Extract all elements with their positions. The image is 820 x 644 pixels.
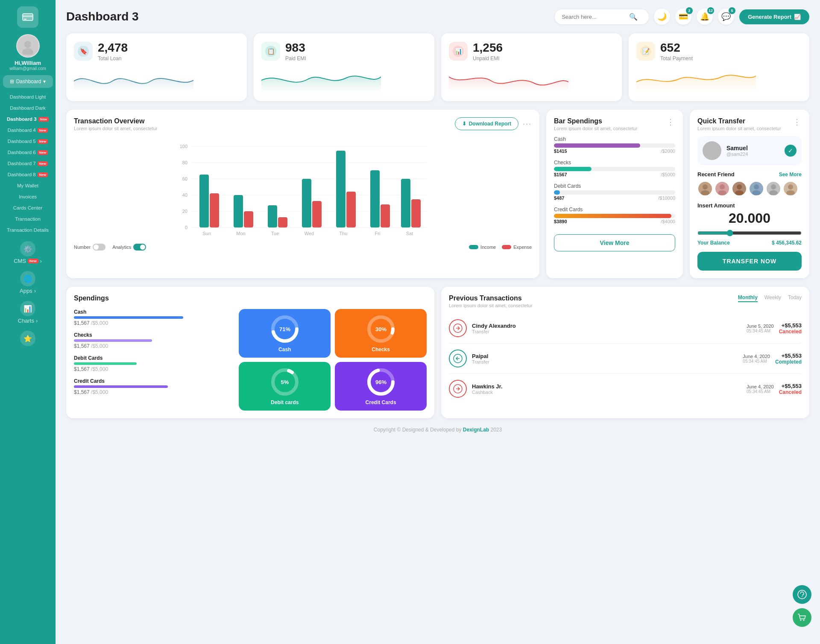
dashboard-menu-btn[interactable]: ⊞ Dashboard ▾ xyxy=(3,75,53,88)
sidebar-item-favourites[interactable]: ⭐ xyxy=(0,327,56,351)
sidebar-item-dashboard5[interactable]: Dashboard 5 New xyxy=(0,136,56,147)
sidebar-item-dashboard4[interactable]: Dashboard 4 New xyxy=(0,125,56,136)
transaction-row-2: Paipal Transfer June 4, 2020 05:34:45 AM… xyxy=(449,344,802,374)
new-badge: New xyxy=(38,150,48,155)
tab-weekly[interactable]: Weekly xyxy=(764,294,781,302)
charts-icon: 📊 xyxy=(20,301,35,316)
stat-card-total-payment: 📝 652 Total Payment xyxy=(629,33,809,101)
main-grid: Transaction Overview Lorem ipsum dolor s… xyxy=(66,110,809,278)
donut-checks-label: Checks xyxy=(372,347,390,353)
credit-item-bar xyxy=(74,385,168,388)
generate-report-button[interactable]: Generate Report 📈 xyxy=(739,9,809,24)
insert-amount-label: Insert Amount xyxy=(697,202,802,209)
donut-credit-svg: 96% xyxy=(366,367,396,397)
sidebar-item-charts[interactable]: 📊 Charts › xyxy=(0,297,56,327)
friend-avatar-1[interactable] xyxy=(697,181,713,196)
transaction-row-1: Cindy Alexandro Transfer June 5, 2020 05… xyxy=(449,313,802,344)
svg-text:📝: 📝 xyxy=(642,48,650,55)
transfer-now-button[interactable]: TRANSFER NOW xyxy=(697,252,802,271)
chart-legend: Number Analytics Income Expense xyxy=(74,244,532,251)
more-options-btn[interactable]: ··· xyxy=(523,119,532,128)
sidebar-item-transaction-details[interactable]: Transaction Details xyxy=(0,224,56,236)
transfer-avatar xyxy=(703,141,721,160)
download-icon: ⬇ xyxy=(462,121,466,127)
tab-today[interactable]: Today xyxy=(788,294,802,302)
sidebar-item-dashboard-light[interactable]: Dashboard Light xyxy=(0,91,56,102)
download-report-button[interactable]: ⬇ Download Report xyxy=(455,117,518,130)
svg-text:Fri: Fri xyxy=(375,231,381,236)
donut-credit-label: Credit Cards xyxy=(366,399,396,405)
page-title: Dashboard 3 xyxy=(66,10,139,23)
tx-info-2: Paipal Transfer xyxy=(472,353,738,364)
sidebar-icon-section: ⚙️ CMS New › 🌐 Apps › 📊 Charts › ⭐ xyxy=(0,238,56,351)
tx-name-3: Hawkins Jr. xyxy=(472,383,741,390)
support-float-btn[interactable] xyxy=(793,585,811,604)
recent-friend-header: Recent Friend See More xyxy=(697,171,802,178)
analytics-toggle[interactable] xyxy=(133,244,146,251)
amount-slider[interactable] xyxy=(697,230,802,236)
svg-point-53 xyxy=(735,190,744,195)
main-content: Dashboard 3 🔍 🌙 💳 2 🔔 12 💬 5 Gen xyxy=(56,0,820,644)
search-box[interactable]: 🔍 xyxy=(555,9,649,24)
quick-transfer-more-btn[interactable]: ⋮ xyxy=(793,117,802,127)
friend-avatar-2[interactable] xyxy=(715,181,730,196)
bar-spendings-card: Bar Spendings Lorem ipsum dolor sit amet… xyxy=(546,110,683,278)
expense-dot xyxy=(502,245,511,249)
message-btn[interactable]: 💬 5 xyxy=(718,9,734,25)
sidebar-item-dashboard-dark[interactable]: Dashboard Dark xyxy=(0,102,56,114)
sidebar-item-invoices[interactable]: Invoices xyxy=(0,191,56,202)
sidebar-item-apps[interactable]: 🌐 Apps › xyxy=(0,268,56,297)
sidebar-item-dashboard8[interactable]: Dashboard 8 New xyxy=(0,169,56,180)
svg-rect-33 xyxy=(210,193,219,227)
tx-right-1: +$5,553 Canceled xyxy=(779,322,802,335)
transaction-overview-card: Transaction Overview Lorem ipsum dolor s… xyxy=(66,110,539,278)
sidebar-item-cms[interactable]: ⚙️ CMS New › xyxy=(0,238,56,268)
message-icon: 💬 xyxy=(721,12,731,21)
bar-spendings-more-btn[interactable]: ⋮ xyxy=(667,117,675,127)
svg-text:30%: 30% xyxy=(375,326,387,332)
svg-point-57 xyxy=(769,190,778,195)
checks-bar-fill xyxy=(554,167,592,171)
transaction-row-3: Hawkins Jr. Cashback June 4, 2020 05:34:… xyxy=(449,374,802,404)
debit-bar-fill xyxy=(554,190,560,195)
checks-item-bar xyxy=(74,339,152,342)
tx-status-1: Canceled xyxy=(779,329,802,335)
total-payment-icon: 📝 xyxy=(636,42,655,61)
number-toggle[interactable] xyxy=(93,244,105,251)
cards-btn[interactable]: 💳 2 xyxy=(675,9,691,25)
transaction-subtitle: Lorem ipsum dolor sit amet, consectetur xyxy=(74,126,158,131)
see-more-btn[interactable]: See More xyxy=(779,172,802,178)
svg-rect-45 xyxy=(411,199,421,227)
spendings-title: Spendings xyxy=(74,294,109,302)
svg-point-56 xyxy=(771,184,776,189)
transfer-handle: @sam224 xyxy=(726,152,748,157)
sidebar-item-dashboard6[interactable]: Dashboard 6 New xyxy=(0,147,56,158)
sidebar-item-cards-center[interactable]: Cards Center xyxy=(0,202,56,213)
tx-type-1: Transfer xyxy=(472,329,741,334)
sidebar-logo[interactable] xyxy=(17,6,38,28)
tx-icon-2 xyxy=(449,350,467,367)
moon-btn[interactable]: 🌙 xyxy=(654,9,670,25)
quick-transfer-card: Quick Transfer Lorem ipsum dolor sit ame… xyxy=(690,110,809,278)
sidebar-item-transaction[interactable]: Transaction xyxy=(0,213,56,224)
moon-icon: 🌙 xyxy=(657,12,667,21)
view-more-button[interactable]: View More xyxy=(554,234,675,251)
balance-row: Your Balance $ 456,345.62 xyxy=(697,240,802,246)
tab-monthly[interactable]: Monthly xyxy=(738,294,758,302)
stats-row: 🔖 2,478 Total Loan 📋 983 xyxy=(66,33,809,101)
friend-avatar-5[interactable] xyxy=(766,181,781,196)
friend-avatar-3[interactable] xyxy=(732,181,747,196)
donut-debit-label: Debit cards xyxy=(271,399,299,405)
friend-avatar-6[interactable] xyxy=(783,181,798,196)
debit-item-bar xyxy=(74,362,137,365)
svg-rect-40 xyxy=(336,151,346,227)
bell-btn[interactable]: 🔔 12 xyxy=(697,9,713,25)
svg-rect-37 xyxy=(278,217,287,227)
cart-float-btn[interactable] xyxy=(793,608,811,627)
sidebar-item-wallet[interactable]: My Wallet xyxy=(0,180,56,191)
sidebar-item-dashboard7[interactable]: Dashboard 7 New xyxy=(0,158,56,169)
search-input[interactable] xyxy=(562,14,626,20)
friend-avatar-4[interactable] xyxy=(749,181,764,196)
sidebar-item-dashboard3[interactable]: Dashboard 3 New xyxy=(0,114,56,125)
svg-point-48 xyxy=(703,184,708,189)
